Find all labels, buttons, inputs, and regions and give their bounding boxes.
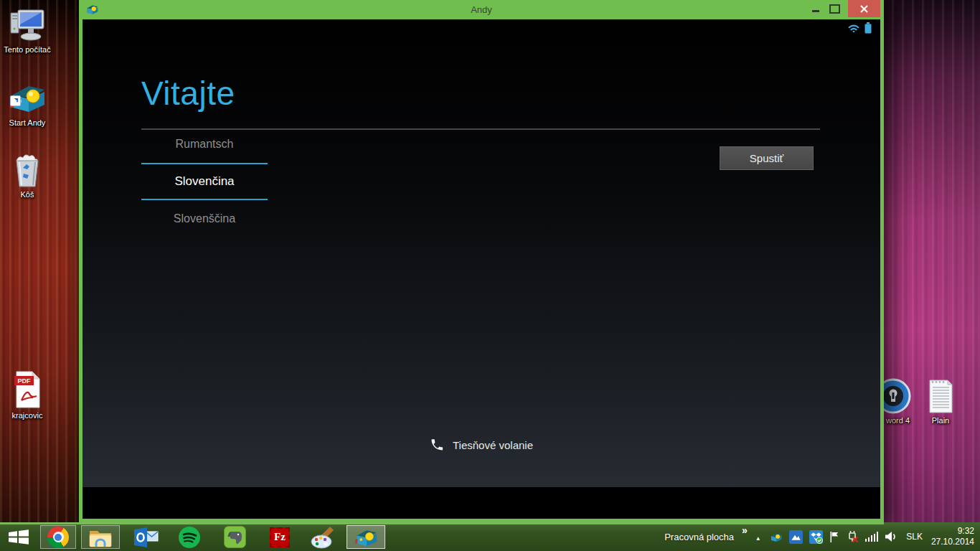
spotify-icon	[178, 526, 201, 549]
system-tray: Pracovná plocha » ▲	[664, 522, 977, 551]
windows-logo-icon	[8, 529, 29, 546]
taskbar-clock[interactable]: 9:32 27.10.2014	[931, 526, 974, 547]
language-option-slovenscina[interactable]: Slovenščina	[141, 200, 268, 237]
language-option-slovencina-selected[interactable]: Slovenčina	[141, 163, 268, 200]
desktop-icon-this-pc[interactable]: Tento počítač	[1, 6, 53, 55]
taskbar-outlook-button[interactable]	[131, 525, 162, 549]
andy-logo-icon	[85, 3, 99, 19]
file-explorer-icon	[88, 527, 113, 548]
keyboard-language-indicator[interactable]: SLK	[906, 532, 923, 542]
maximize-icon	[829, 4, 840, 14]
desktop-icon-label: Kôš	[1, 190, 53, 199]
taskbar-filezilla-button[interactable]: Fz	[265, 525, 294, 549]
desktop-icon-label: Tento počítač	[1, 45, 53, 55]
taskbar-spotify-button[interactable]	[174, 525, 204, 549]
andy-emulator-window: Andy	[79, 0, 884, 522]
desktop-icon-krajcovic-pdf[interactable]: PDF krajcovic	[1, 372, 53, 420]
paint-icon	[311, 526, 336, 549]
minimize-icon	[812, 10, 819, 12]
desktop-icon-label: krajcovic	[1, 411, 53, 420]
desktop-toolbar-label[interactable]: Pracovná plocha	[664, 532, 734, 542]
clock-date: 27.10.2014	[931, 537, 974, 547]
wifi-icon	[847, 23, 860, 34]
start-setup-button[interactable]: Spustiť	[720, 146, 814, 170]
close-button[interactable]	[848, 0, 880, 17]
close-icon	[860, 5, 868, 13]
window-titlebar[interactable]: Andy	[83, 0, 880, 19]
show-hidden-icons-button[interactable]: ▲	[755, 535, 761, 542]
window-title: Andy	[83, 4, 880, 15]
desktop-icon-recycle-bin[interactable]: Kôš	[1, 151, 53, 199]
action-center-flag-icon[interactable]	[829, 531, 839, 543]
android-statusbar	[847, 22, 872, 34]
recycle-bin-icon	[1, 151, 53, 188]
android-screen: Vitajte Rumantsch Slovenčina Slovenščina…	[83, 19, 880, 519]
dropbox-icon[interactable]	[809, 530, 823, 544]
taskbar: Fz Pracovná plocha » ▲	[0, 522, 980, 551]
language-option-rumantsch[interactable]: Rumantsch	[141, 126, 268, 163]
network-signal-icon[interactable]	[865, 532, 879, 542]
taskbar-chrome-button[interactable]	[40, 525, 76, 549]
minimize-button[interactable]	[806, 0, 825, 17]
language-picker: Rumantsch Slovenčina Slovenščina	[141, 126, 268, 237]
emergency-call-button[interactable]: Tiesňové volanie	[83, 438, 880, 452]
andy-tray-icon[interactable]	[769, 531, 783, 543]
taskbar-file-explorer-button[interactable]	[81, 525, 120, 549]
taskbar-andy-button-active[interactable]	[347, 525, 385, 549]
filezilla-icon: Fz	[270, 527, 290, 547]
backup-app-icon[interactable]	[789, 530, 803, 544]
desktop-icon-start-andy[interactable]: Start Andy	[1, 79, 53, 128]
device-error-icon[interactable]	[846, 530, 859, 543]
desktop-icon-plain[interactable]: Plain	[917, 377, 964, 425]
andy-icon	[353, 526, 379, 549]
taskbar-evernote-button[interactable]	[220, 525, 250, 549]
chrome-icon	[47, 527, 69, 548]
phone-icon	[430, 438, 444, 452]
text-file-icon	[917, 377, 964, 414]
desktop-icon-label: Start Andy	[1, 118, 53, 128]
svg-text:PDF: PDF	[18, 377, 32, 385]
clock-time: 9:32	[958, 526, 974, 536]
android-setup-screen: Vitajte Rumantsch Slovenčina Slovenščina…	[83, 19, 880, 487]
maximize-button[interactable]	[825, 0, 844, 17]
computer-icon	[1, 6, 53, 43]
andy-shortcut-icon	[1, 79, 53, 116]
volume-icon[interactable]	[885, 531, 897, 542]
desktop-icon-label: Plain	[917, 416, 964, 425]
welcome-title: Vitajte	[141, 74, 235, 113]
pdf-file-icon: PDF	[1, 372, 53, 409]
taskbar-paint-button[interactable]	[307, 525, 340, 549]
evernote-icon	[224, 526, 246, 548]
emergency-call-label: Tiesňové volanie	[453, 439, 533, 451]
outlook-icon	[133, 527, 159, 548]
start-button[interactable]	[4, 525, 33, 549]
shortcut-arrow-icon	[10, 95, 21, 106]
battery-icon	[864, 22, 872, 34]
toolbar-overflow-chevron[interactable]: »	[742, 524, 748, 536]
